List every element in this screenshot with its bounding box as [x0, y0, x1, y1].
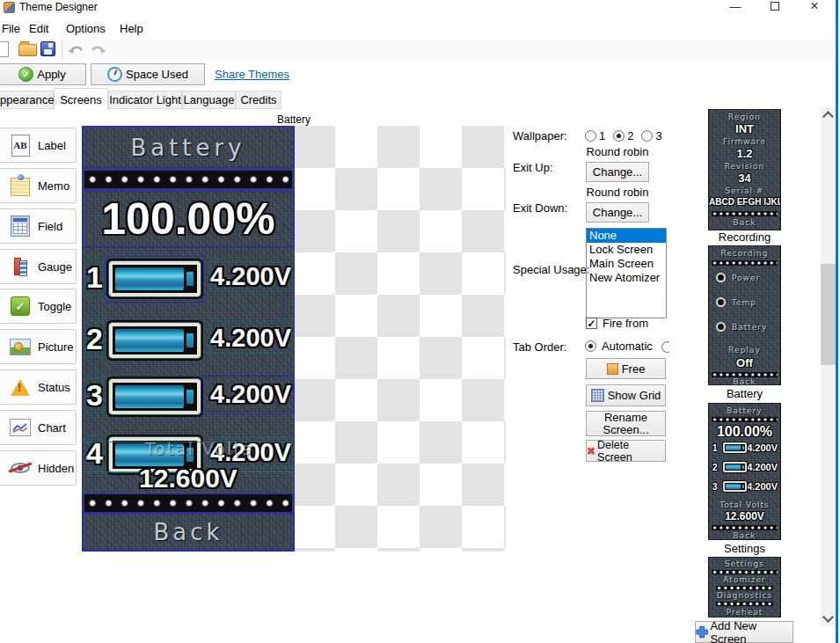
- listbox-item-new-atomizer[interactable]: New Atomizer: [587, 271, 666, 285]
- wallpaper-option-2[interactable]: 2: [613, 129, 633, 142]
- info-firmware-label: Firmware: [709, 137, 780, 146]
- scrollbar-up-button[interactable]: [821, 107, 836, 122]
- menu-options[interactable]: Options: [62, 21, 110, 36]
- minimize-button[interactable]: —: [722, 0, 749, 12]
- menu-help[interactable]: Help: [115, 21, 148, 36]
- tool-toggle-button[interactable]: ✓ Toggle: [0, 289, 77, 324]
- battery-icon[interactable]: [109, 261, 201, 296]
- recording-toggle-temp: Temp: [716, 297, 756, 307]
- screen-preview[interactable]: Battery 100.00% 1 4.200V 2 4.200V 3 4.20…: [82, 126, 295, 552]
- led-bar-widget[interactable]: [84, 170, 293, 189]
- tool-hidden-text: Hidden: [38, 462, 74, 475]
- wallpaper-option-1[interactable]: 1: [585, 129, 605, 142]
- share-themes-link[interactable]: Share Themes: [215, 68, 289, 81]
- exit-up-change-button[interactable]: Change...: [586, 162, 649, 182]
- exit-down-change-button[interactable]: Change...: [586, 202, 649, 223]
- battery-percent-widget[interactable]: 100.00%: [83, 191, 294, 247]
- free-button[interactable]: Free: [586, 358, 666, 379]
- tab-appearance[interactable]: Appearance: [0, 91, 54, 109]
- add-new-screen-button[interactable]: Add New Screen: [695, 621, 793, 643]
- toggle-circle-icon: [716, 322, 726, 332]
- tab-order-free-radio[interactable]: [661, 341, 669, 353]
- undo-icon[interactable]: [68, 43, 85, 58]
- led-bar: [716, 602, 773, 606]
- tab-language[interactable]: Language: [182, 91, 236, 109]
- battery-thumb-row-3: 3 4.200V: [712, 481, 778, 492]
- cell-row-3[interactable]: 3 4.200V: [83, 376, 294, 417]
- scrollbar-down-button[interactable]: [821, 611, 836, 626]
- cell-number[interactable]: 1: [86, 260, 103, 295]
- listbox-item-main-screen[interactable]: Main Screen: [587, 257, 666, 271]
- scrollbar-thumb[interactable]: [821, 264, 836, 365]
- chart-icon: [9, 416, 32, 439]
- tab-screens[interactable]: Screens: [54, 88, 108, 110]
- close-button[interactable]: ×: [801, 0, 828, 12]
- scrollbar-track[interactable]: [821, 107, 836, 626]
- total-volts-label-widget[interactable]: Total Volts: [104, 438, 294, 459]
- cell-row-1[interactable]: 1 4.200V: [83, 259, 294, 299]
- battery-icon[interactable]: [109, 323, 201, 358]
- back-button-widget[interactable]: Back: [83, 513, 294, 551]
- wallpaper-label: Wallpaper:: [513, 129, 567, 142]
- fire-from-checkbox[interactable]: ✓ Fire from: [586, 317, 648, 330]
- led-bar: [712, 417, 778, 422]
- radio-selected-icon: [585, 340, 596, 352]
- info-serial-value: ABCD EFGH IJKL: [709, 197, 780, 207]
- special-usage-listbox[interactable]: None Lock Screen Main Screen New Atomize…: [586, 228, 667, 318]
- info-revision-label: Revision: [709, 162, 780, 171]
- exit-up-value: Round robin: [581, 145, 654, 158]
- listbox-item-lock-screen[interactable]: Lock Screen: [587, 243, 666, 257]
- listbox-item-none[interactable]: None: [587, 229, 666, 243]
- caption-recording: Recording: [708, 230, 781, 244]
- checkbox-icon: ✓: [586, 318, 597, 329]
- tool-label-button[interactable]: AB Label: [0, 128, 77, 163]
- thumbnail-settings[interactable]: Settings Atomizer Diagnostics Preheat: [708, 557, 781, 617]
- tool-picture-button[interactable]: Picture: [0, 329, 77, 364]
- wallpaper-option-3[interactable]: 3: [641, 129, 661, 142]
- cell-volts[interactable]: 4.200V: [210, 380, 291, 409]
- tool-gauge-button[interactable]: Gauge: [0, 249, 77, 284]
- tab-indicator-light[interactable]: Indicator Light: [108, 91, 182, 109]
- open-file-icon[interactable]: [18, 44, 37, 56]
- battery-icon[interactable]: [109, 379, 201, 414]
- memo-icon: [9, 174, 32, 197]
- space-used-button[interactable]: Space Used: [91, 63, 205, 85]
- cell-row-2[interactable]: 2 4.200V: [83, 320, 294, 361]
- exit-up-label: Exit Up:: [513, 161, 553, 174]
- show-grid-button[interactable]: Show Grid: [586, 384, 666, 406]
- tool-hidden-button[interactable]: Hidden: [0, 450, 77, 486]
- rename-screen-button[interactable]: Rename Screen...: [586, 411, 666, 436]
- label-icon: AB: [9, 134, 32, 157]
- tab-credits[interactable]: Credits: [236, 91, 281, 109]
- thumbnail-recording[interactable]: Recording Power Temp Battery Replay Off …: [708, 245, 781, 385]
- total-volts-value-widget[interactable]: 12.600V: [83, 464, 294, 493]
- thumb-back-label: Back: [709, 218, 780, 227]
- redo-icon[interactable]: [89, 43, 106, 58]
- led-bar-widget[interactable]: [84, 493, 293, 513]
- apply-button[interactable]: ✓ Apply: [0, 63, 86, 85]
- cell-volts[interactable]: 4.200V: [210, 262, 291, 291]
- menu-edit[interactable]: Edit: [25, 21, 53, 36]
- tool-field-button[interactable]: Field: [0, 208, 77, 244]
- status-warning-icon: !: [9, 376, 32, 398]
- tool-status-button[interactable]: ! Status: [0, 369, 77, 405]
- save-icon[interactable]: [40, 41, 55, 56]
- delete-screen-button[interactable]: ✖ Delete Screen: [586, 440, 666, 462]
- cell-volts[interactable]: 4.200V: [210, 324, 291, 353]
- recording-toggle-power: Power: [716, 273, 760, 282]
- close-icon: ×: [810, 0, 818, 13]
- new-file-icon[interactable]: [0, 41, 9, 57]
- theme-designer-window: Theme Designer — × File Edit Options Hel…: [0, 0, 840, 643]
- screen-title-widget[interactable]: Battery: [83, 127, 294, 168]
- plus-icon: [696, 625, 708, 639]
- tool-memo-button[interactable]: Memo: [0, 168, 77, 203]
- thumbnail-device-info[interactable]: Region INT Firmware 1.2 Revision 34 Seri…: [708, 109, 781, 230]
- cell-number[interactable]: 3: [86, 378, 103, 413]
- thumbnail-battery[interactable]: Battery 100.00% 1 4.200V 2 4.200V 3 4.20…: [708, 403, 781, 540]
- tool-chart-button[interactable]: Chart: [0, 410, 77, 445]
- cell-number[interactable]: 2: [86, 322, 103, 356]
- toggle-icon: ✓: [9, 295, 32, 318]
- tab-order-automatic[interactable]: Automatic: [585, 340, 669, 353]
- maximize-button[interactable]: [762, 0, 788, 12]
- menu-file[interactable]: File: [0, 21, 25, 36]
